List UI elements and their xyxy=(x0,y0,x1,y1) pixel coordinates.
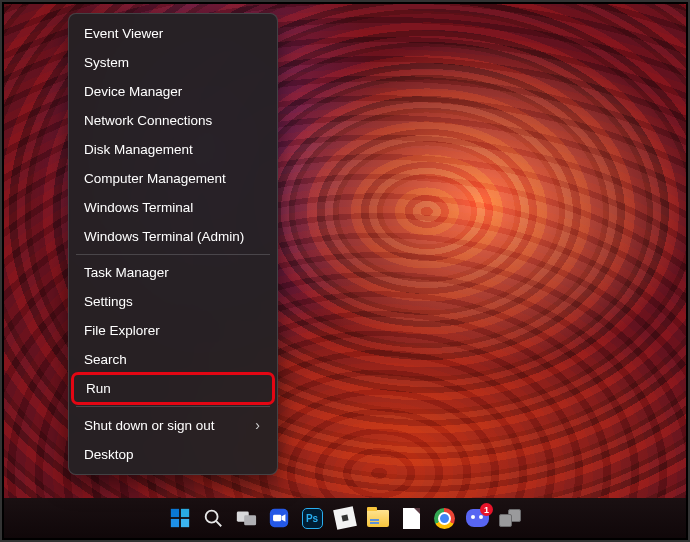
menu-item-system[interactable]: System xyxy=(74,48,272,77)
roblox-icon[interactable] xyxy=(333,506,357,530)
search-icon[interactable] xyxy=(201,506,225,530)
menu-item-event-viewer[interactable]: Event Viewer xyxy=(74,19,272,48)
file-explorer-icon[interactable] xyxy=(366,506,390,530)
svg-rect-0 xyxy=(171,509,179,517)
svg-point-4 xyxy=(206,511,218,523)
svg-rect-7 xyxy=(244,515,256,525)
menu-item-desktop[interactable]: Desktop xyxy=(74,440,272,469)
photoshop-icon[interactable]: Ps xyxy=(300,506,324,530)
multitask-icon[interactable] xyxy=(498,506,522,530)
menu-item-device-manager[interactable]: Device Manager xyxy=(74,77,272,106)
chrome-icon[interactable] xyxy=(432,506,456,530)
menu-item-task-manager[interactable]: Task Manager xyxy=(74,258,272,287)
taskbar: Ps 1 xyxy=(4,498,686,538)
menu-item-network-connections[interactable]: Network Connections xyxy=(74,106,272,135)
winx-context-menu: Event Viewer System Device Manager Netwo… xyxy=(68,13,278,475)
menu-item-settings[interactable]: Settings xyxy=(74,287,272,316)
menu-item-shut-down-or-sign-out[interactable]: Shut down or sign out › xyxy=(74,410,272,440)
discord-icon[interactable]: 1 xyxy=(465,506,489,530)
menu-item-run[interactable]: Run xyxy=(71,372,275,405)
menu-item-windows-terminal-admin[interactable]: Windows Terminal (Admin) xyxy=(74,222,272,251)
menu-separator xyxy=(76,254,270,255)
start-icon[interactable] xyxy=(168,506,192,530)
menu-item-file-explorer[interactable]: File Explorer xyxy=(74,316,272,345)
svg-rect-9 xyxy=(273,515,281,521)
chevron-right-icon: › xyxy=(255,417,260,433)
svg-rect-2 xyxy=(171,519,179,527)
video-app-icon[interactable] xyxy=(267,506,291,530)
menu-item-disk-management[interactable]: Disk Management xyxy=(74,135,272,164)
svg-line-5 xyxy=(216,521,221,526)
notification-badge: 1 xyxy=(480,503,493,516)
menu-separator xyxy=(76,406,270,407)
svg-rect-3 xyxy=(181,519,189,527)
blank-document-icon[interactable] xyxy=(399,506,423,530)
menu-item-search[interactable]: Search xyxy=(74,345,272,374)
menu-item-windows-terminal[interactable]: Windows Terminal xyxy=(74,193,272,222)
menu-item-computer-management[interactable]: Computer Management xyxy=(74,164,272,193)
svg-rect-1 xyxy=(181,509,189,517)
task-view-icon[interactable] xyxy=(234,506,258,530)
